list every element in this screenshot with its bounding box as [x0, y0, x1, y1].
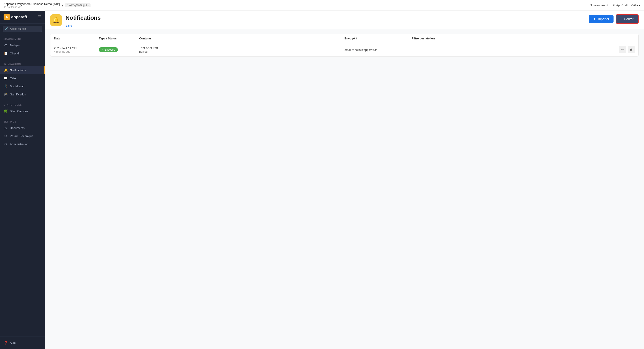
sidebar-item-bilan-carbone[interactable]: 🌿 Bilan Carbone [0, 107, 45, 115]
project-name: Appcraft Everywhere Business Demo [WIP] … [4, 2, 60, 8]
section-statistiques-label: STATISTIQUES [0, 102, 45, 107]
sidebar-item-checkin[interactable]: 📋 Checkin [0, 49, 45, 57]
tab-liste[interactable]: Liste [66, 22, 72, 29]
sidebar-item-social-wall[interactable]: 📱 Social Wall [0, 82, 45, 90]
sidebar-item-qa-label: Q&A [10, 76, 16, 80]
site-access-btn[interactable]: 🔗 Accès au site [3, 26, 42, 32]
section-statistiques: STATISTIQUES 🌿 Bilan Carbone [0, 100, 45, 117]
date-relative: 4 months ago [54, 50, 99, 53]
sidebar-item-administration-label: Administration [10, 142, 28, 146]
sidebar-item-aide-label: Aide [10, 341, 16, 344]
cell-status: Envoyée [99, 47, 139, 52]
status-badge: Envoyée [99, 47, 118, 52]
user-btn[interactable]: Célia ▾ [631, 4, 640, 7]
col-contenu: Contenu [139, 37, 344, 40]
data-table: Date Type / Status Contenu Envoyé à Filt… [50, 34, 638, 57]
param-technique-icon: ⚙ [4, 134, 8, 138]
social-wall-icon: 📱 [4, 84, 8, 88]
sidebar-item-param-technique-label: Param. Technique [10, 134, 34, 138]
col-actions [617, 37, 635, 40]
nouveautes-dot [606, 4, 608, 6]
sidebar-item-qa[interactable]: 💬 Q&A [0, 74, 45, 82]
section-emargement: EMARGEMENT 🏷 Badges 📋 Checkin [0, 34, 45, 59]
add-btn-label: + Ajouter [621, 17, 634, 21]
col-date: Date [54, 37, 99, 40]
sidebar-item-badges[interactable]: 🏷 Badges [0, 41, 45, 49]
col-type-status: Type / Status [99, 37, 139, 40]
page-header-right: ⬆ Importer + Ajouter [589, 14, 638, 27]
cell-date: 2023-04-17 17:11 4 months ago [54, 46, 99, 53]
import-icon: ⬆ [593, 17, 596, 21]
content-area: 🔔 Notifications Liste ⬆ Importer + Ajout… [45, 11, 644, 349]
nouveautes-label: Nouveautés [590, 4, 605, 7]
add-btn-wrapper: + Ajouter [616, 14, 638, 24]
documents-icon: 🖨 [4, 126, 8, 130]
logo-text: appcraft. [11, 15, 28, 20]
appcraft-label: AppCraft [616, 4, 628, 7]
badges-icon: 🏷 [4, 43, 8, 47]
edit-button[interactable]: ✏ [619, 46, 626, 53]
topbar: Appcraft Everywhere Business Demo [WIP] … [0, 0, 644, 11]
add-button[interactable]: + Ajouter [616, 14, 638, 24]
hash-badge: # AX5q49xBpjlp9x [65, 3, 91, 8]
import-btn-label: Importer [598, 17, 609, 21]
logo-icon: A [4, 14, 10, 20]
arrow-indicator [630, 11, 634, 13]
sidebar-bottom: ❓ Aide [0, 336, 45, 349]
sidebar-item-documents[interactable]: 🖨 Documents [0, 124, 45, 132]
topbar-left: Appcraft Everywhere Business Demo [WIP] … [4, 2, 587, 8]
col-envoye-a: Envoyé à [344, 37, 412, 40]
topbar-right: Nouveautés 🖥 AppCraft Célia ▾ [590, 4, 640, 7]
page-header: 🔔 Notifications Liste ⬆ Importer + Ajout… [45, 11, 644, 29]
user-label: Célia [631, 4, 638, 7]
import-button[interactable]: ⬆ Importer [589, 15, 614, 23]
logo-wrapper: A appcraft. [4, 14, 28, 20]
nouveautes-btn[interactable]: Nouveautés [590, 4, 608, 7]
sidebar-item-social-wall-label: Social Wall [10, 85, 24, 88]
menu-toggle-btn[interactable]: ☰ [38, 14, 41, 20]
section-interaction-label: INTERACTION [0, 61, 45, 66]
sidebar-item-aide[interactable]: ❓ Aide [0, 339, 45, 347]
table-wrapper: Date Type / Status Contenu Envoyé à Filt… [45, 29, 644, 349]
section-interaction: INTERACTION 🔔 Notifications 💬 Q&A 📱 Soci… [0, 59, 45, 100]
page-title-area: Notifications Liste [66, 14, 100, 29]
sidebar-item-gamification[interactable]: 🎮 Gamification [0, 90, 45, 98]
page-icon: 🔔 [50, 14, 62, 26]
table-row: 2023-04-17 17:11 4 months ago Envoyée Te… [50, 43, 638, 56]
appcraft-btn[interactable]: 🖥 AppCraft [612, 4, 628, 7]
administration-icon: ⚙ [4, 142, 8, 146]
date-main: 2023-04-17 17:11 [54, 46, 99, 50]
page-tabs: Liste [66, 22, 100, 29]
page-header-left: 🔔 Notifications Liste [50, 14, 100, 29]
sidebar-item-notifications-label: Notifications [10, 68, 26, 72]
sidebar-item-documents-label: Documents [10, 126, 25, 130]
content-title: Test AppCraft [139, 46, 344, 50]
cell-recipient: email = celia@appcraft.fr [344, 48, 412, 52]
table-header: Date Type / Status Contenu Envoyé à Filt… [50, 34, 638, 43]
user-chevron-icon: ▾ [639, 4, 640, 7]
project-dropdown-btn[interactable]: ▾ [62, 4, 63, 7]
sidebar-item-param-technique[interactable]: ⚙ Param. Technique [0, 132, 45, 140]
sidebar-item-bilan-carbone-label: Bilan Carbone [10, 110, 28, 113]
aide-icon: ❓ [4, 341, 8, 345]
sidebar-item-gamification-label: Gamification [10, 93, 26, 96]
qa-icon: 💬 [4, 76, 8, 80]
sidebar-item-notifications[interactable]: 🔔 Notifications [0, 66, 45, 74]
section-settings-label: SETTINGS [0, 119, 45, 124]
delete-button[interactable]: 🗑 [628, 46, 635, 53]
sidebar-item-checkin-label: Checkin [10, 52, 20, 55]
sidebar: A appcraft. ☰ 🔗 Accès au site EMARGEMENT… [0, 11, 45, 349]
hash-value: AX5q49xBpjlp9x [69, 4, 89, 7]
cell-content: Test AppCraft Bonjour [139, 46, 344, 53]
content-subtitle: Bonjour [139, 50, 344, 53]
sidebar-logo: A appcraft. ☰ [0, 11, 45, 24]
checkin-icon: 📋 [4, 51, 8, 55]
gamification-icon: 🎮 [4, 92, 8, 96]
arrow-up-icon [630, 11, 634, 13]
sidebar-item-administration[interactable]: ⚙ Administration [0, 140, 45, 148]
sidebar-item-badges-label: Badges [10, 44, 20, 47]
page-title: Notifications [66, 14, 100, 21]
bilan-carbone-icon: 🌿 [4, 109, 8, 113]
site-access-label: Accès au site [10, 27, 26, 30]
section-settings: SETTINGS 🖨 Documents ⚙ Param. Technique … [0, 117, 45, 150]
